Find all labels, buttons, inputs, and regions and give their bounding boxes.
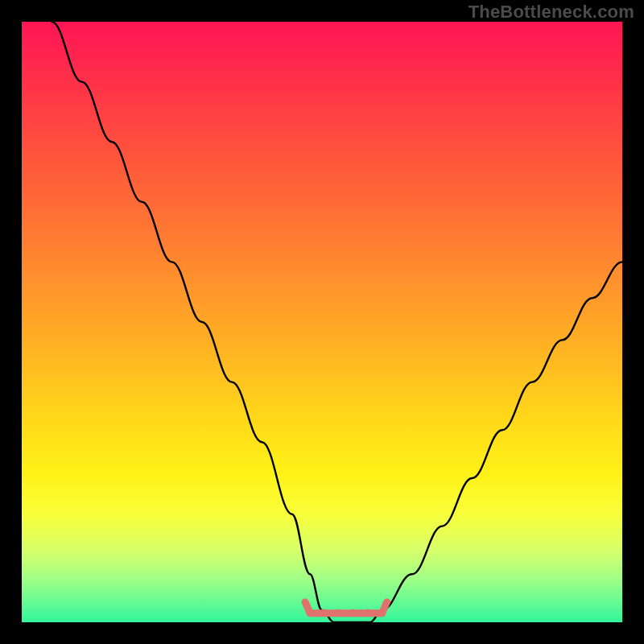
- svg-point-3: [323, 609, 326, 613]
- bottleneck-curve-path: [52, 22, 622, 622]
- watermark-text: TheBottleneck.com: [469, 2, 634, 23]
- plot-area: [22, 22, 622, 622]
- svg-line-1: [305, 602, 310, 613]
- flat-zone-marker: [305, 602, 387, 613]
- curve-svg: [22, 22, 622, 622]
- svg-point-6: [365, 609, 369, 613]
- svg-point-4: [337, 609, 341, 613]
- svg-line-2: [382, 602, 387, 613]
- chart-frame: TheBottleneck.com: [0, 0, 644, 644]
- svg-point-5: [352, 609, 355, 613]
